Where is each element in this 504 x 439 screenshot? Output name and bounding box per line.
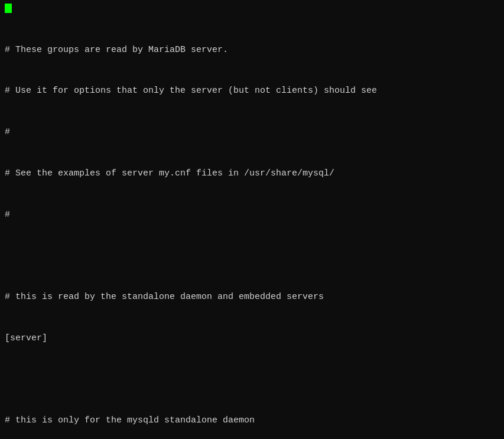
line-9: [5, 373, 499, 386]
line-5: #: [5, 208, 499, 222]
line-10: # this is only for the mysqld standalone…: [5, 414, 499, 427]
line-4: # See the examples of server my.cnf file…: [5, 167, 499, 180]
line-8: [server]: [5, 331, 499, 345]
line-2: # Use it for options that only the serve…: [5, 84, 499, 97]
cursor-block: [5, 4, 12, 13]
terminal: # These groups are read by MariaDB serve…: [5, 2, 499, 439]
line-6: [5, 249, 499, 262]
line-7: # this is read by the standalone daemon …: [5, 290, 499, 304]
cursor-line: [5, 2, 499, 14]
code-content: # These groups are read by MariaDB serve…: [5, 15, 499, 439]
line-1: # These groups are read by MariaDB serve…: [5, 43, 499, 57]
line-3: #: [5, 125, 499, 139]
